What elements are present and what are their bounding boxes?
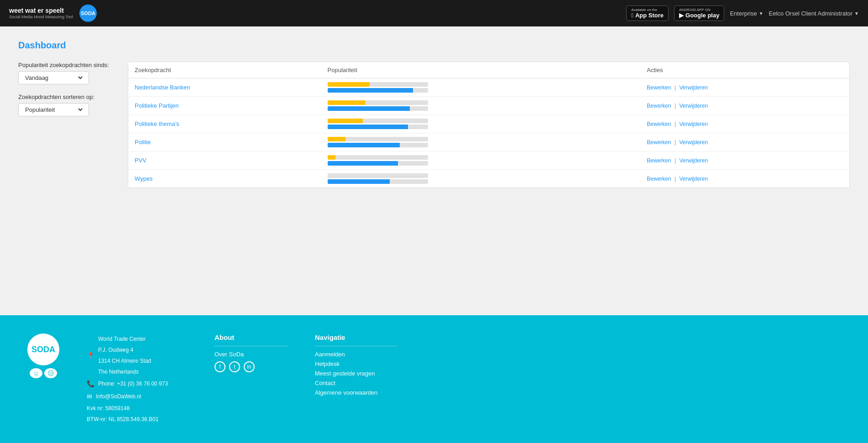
twitter-icon[interactable]: t: [229, 361, 240, 372]
popularity-bar-cell: [321, 133, 641, 151]
footer-bubble-1: ☺: [30, 368, 42, 378]
blue-fill: [328, 179, 390, 184]
btw-text: BTW-nr: NL 8528.549.36.B01: [87, 414, 187, 425]
nav-link[interactable]: Algemene voorwaarden: [315, 389, 397, 396]
phone-icon: 📞: [87, 377, 94, 390]
about-title: About: [214, 334, 288, 346]
col-search: Zoekopdracht: [128, 62, 321, 78]
yellow-fill: [328, 82, 370, 87]
address-line-2: P.J. Oudweg 4: [98, 344, 151, 355]
facebook-icon[interactable]: f: [214, 361, 225, 372]
footer-nav: Navigatie AanmeldenHelpdeskMeest gesteld…: [315, 334, 397, 399]
search-link[interactable]: PVV: [135, 157, 146, 164]
actions-cell: Bewerken | Verwijderen: [640, 170, 849, 188]
search-link[interactable]: Politieke Partijen: [135, 102, 179, 109]
footer: SODA ☺ ☹ 📍 World Trade Center P.J. Oudwe…: [0, 315, 868, 443]
search-name-cell: Politieke Partijen: [128, 97, 321, 115]
action-links: Bewerken | Verwijderen: [647, 84, 843, 91]
table-row: Nederlandse BankenBewerken | Verwijderen: [128, 78, 850, 97]
phone-row: 📞 Phone: +31 (0) 36 76 00 973: [87, 377, 187, 390]
table-row: Politieke thema'sBewerken | Verwijderen: [128, 115, 850, 133]
footer-logo: SODA ☺ ☹: [27, 334, 59, 378]
blue-fill: [328, 106, 410, 111]
logo-circle: SODA: [79, 5, 97, 22]
delete-link[interactable]: Verwijderen: [679, 121, 708, 127]
enterprise-dropdown[interactable]: Enterprise ▼: [730, 10, 763, 17]
bar-container: [328, 119, 428, 129]
address-line-4: The Netherlands: [98, 366, 151, 377]
user-dropdown[interactable]: Eelco Orsel Client Administrator ▼: [769, 10, 859, 17]
nav-link[interactable]: Helpdesk: [315, 360, 397, 367]
kvk-text: Kvk nr: 58059148: [87, 403, 187, 414]
appstore-main:  App Store: [631, 12, 664, 19]
delete-link[interactable]: Verwijderen: [679, 103, 708, 109]
actions-cell: Bewerken | Verwijderen: [640, 115, 849, 133]
actions-cell: Bewerken | Verwijderen: [640, 97, 849, 115]
delete-link[interactable]: Verwijderen: [679, 84, 708, 91]
popularity-bar-cell: [321, 170, 641, 188]
search-link[interactable]: Politieke thema's: [135, 120, 179, 127]
bar-container: [328, 173, 428, 184]
action-links: Bewerken | Verwijderen: [647, 121, 843, 127]
action-separator: |: [673, 139, 678, 146]
logo: weet wat er speelt Social Media Mood Mea…: [9, 5, 97, 22]
user-chevron-icon: ▼: [854, 11, 859, 16]
googleplay-badge[interactable]: ANDROID APP ON ▶ Google play: [674, 5, 724, 21]
search-link[interactable]: Wypes: [135, 175, 153, 182]
popularity-bar-cell: [321, 78, 641, 97]
popularity-bar-cell: [321, 97, 641, 115]
android-icon: ▶: [679, 12, 684, 19]
edit-link[interactable]: Bewerken: [647, 121, 671, 127]
edit-link[interactable]: Bewerken: [647, 103, 671, 109]
delete-link[interactable]: Verwijderen: [679, 176, 708, 182]
yellow-fill: [328, 137, 346, 141]
yellow-fill: [328, 100, 366, 105]
bar-container: [328, 137, 428, 147]
action-separator: |: [673, 176, 678, 182]
header: weet wat er speelt Social Media Mood Mea…: [0, 0, 868, 26]
table-row: PolitieBewerken | Verwijderen: [128, 133, 850, 151]
header-right: Available on the  App Store ANDROID APP…: [626, 5, 859, 21]
delete-link[interactable]: Verwijderen: [679, 139, 708, 146]
linkedin-icon[interactable]: in: [244, 361, 255, 372]
footer-logo-circle: SODA: [27, 334, 59, 365]
nav-link[interactable]: Meest gestelde vragen: [315, 370, 397, 377]
blue-fill: [328, 161, 398, 166]
action-links: Bewerken | Verwijderen: [647, 103, 843, 109]
email-text: Info@SoDaWeb.nl: [96, 391, 141, 402]
yellow-bar: [328, 100, 428, 105]
search-name-cell: PVV: [128, 151, 321, 170]
popularity-bar-cell: [321, 151, 641, 170]
bar-container: [328, 100, 428, 111]
main-content: Dashboard Populariteit zoekopdrachten si…: [0, 26, 868, 315]
popularity-select-wrapper[interactable]: Vandaag Gisteren Afgelopen week Afgelope…: [18, 71, 89, 84]
blue-bar: [328, 179, 428, 184]
nav-link[interactable]: Aanmelden: [315, 351, 397, 358]
edit-link[interactable]: Bewerken: [647, 176, 671, 182]
edit-link[interactable]: Bewerken: [647, 84, 671, 91]
content-area: Populariteit zoekopdrachten sinds: Vanda…: [18, 62, 850, 188]
popularity-bar-cell: [321, 115, 641, 133]
apple-icon: : [631, 12, 633, 19]
edit-link[interactable]: Bewerken: [647, 157, 671, 164]
blue-fill: [328, 125, 408, 129]
blue-fill: [328, 143, 400, 147]
table-row: PVVBewerken | Verwijderen: [128, 151, 850, 170]
sort-select-wrapper[interactable]: Populariteit Alfabetisch: [18, 103, 89, 116]
table-row: WypesBewerken | Verwijderen: [128, 170, 850, 188]
action-separator: |: [673, 103, 678, 109]
edit-link[interactable]: Bewerken: [647, 139, 671, 146]
search-link[interactable]: Nederlandse Banken: [135, 84, 190, 91]
search-link[interactable]: Politie: [135, 139, 151, 146]
search-name-cell: Nederlandse Banken: [128, 78, 321, 97]
sort-select[interactable]: Populariteit Alfabetisch: [23, 106, 84, 114]
appstore-badge[interactable]: Available on the  App Store: [626, 5, 669, 21]
about-link[interactable]: Over SoDa: [214, 351, 288, 358]
blue-bar: [328, 88, 428, 93]
bar-container: [328, 82, 428, 93]
popularity-select[interactable]: Vandaag Gisteren Afgelopen week Afgelope…: [23, 74, 84, 82]
nav-link[interactable]: Contact: [315, 380, 397, 386]
bar-container: [328, 155, 428, 166]
delete-link[interactable]: Verwijderen: [679, 157, 708, 164]
action-separator: |: [673, 84, 678, 91]
